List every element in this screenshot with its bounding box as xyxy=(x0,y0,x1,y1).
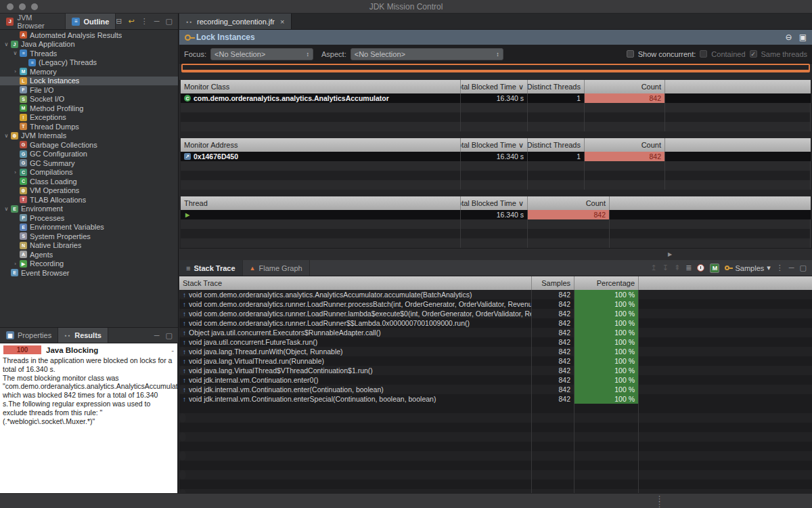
tree-item-method-profiling[interactable]: MMethod Profiling xyxy=(0,104,178,113)
tab-jvm-browser[interactable]: J JVM Browser xyxy=(0,14,66,29)
panel-sash[interactable]: ▶ xyxy=(179,248,812,260)
tab-properties[interactable]: ▦ Properties xyxy=(0,328,58,343)
tree-item-socket-i-o[interactable]: SSocket I/O xyxy=(0,95,178,104)
column-header-total-blocked-time[interactable]: Total Blocked Time ∨ xyxy=(461,138,528,152)
view-menu-icon[interactable]: ⋮ xyxy=(141,18,148,25)
tree-item-java-application[interactable]: ∨JJava Application xyxy=(0,40,178,49)
tree-item-event-browser[interactable]: EEvent Browser xyxy=(0,268,178,278)
tree-item-gc-summary[interactable]: GGC Summary xyxy=(0,158,178,168)
stack-trace-row[interactable]: ↑void jdk.internal.vm.Continuation.enter… xyxy=(179,385,186,394)
tree-item-native-libraries[interactable]: NNative Libraries xyxy=(0,241,178,251)
contained-checkbox[interactable] xyxy=(700,50,707,58)
column-header-distinct-threads[interactable]: Distinct Threads xyxy=(528,138,585,152)
stack-trace-row[interactable]: ↑void com.demo.orderanalytics.runner.Loa… xyxy=(179,318,812,328)
method-formatting-icon[interactable]: M xyxy=(710,263,719,273)
column-header-total-blocked-time[interactable]: Total Blocked Time ∨ xyxy=(461,196,528,210)
reduce-tree-depth-icon[interactable]: ↥ xyxy=(651,264,657,272)
column-header-thread[interactable]: Thread xyxy=(181,196,461,210)
column-header-percentage[interactable]: Percentage xyxy=(574,276,639,290)
minimize-view-icon[interactable]: ─ xyxy=(789,264,794,272)
stack-trace-row[interactable]: ↑void jdk.internal.vm.Continuation.enter… xyxy=(179,394,812,404)
maximize-view-icon[interactable]: ▢ xyxy=(800,264,807,272)
show-concurrent-checkbox[interactable] xyxy=(627,50,634,58)
stack-trace-row[interactable]: ↑void com.demo.orderanalytics.analytics.… xyxy=(179,290,186,299)
same-threads-checkbox[interactable]: ✓ xyxy=(750,50,757,58)
tree-item-environment[interactable]: ∨EEnvironment xyxy=(0,205,178,214)
tree-item-recording[interactable]: ›▶Recording xyxy=(0,259,178,269)
column-header-monitor-class[interactable]: Monitor Class xyxy=(181,80,461,93)
stack-trace-row[interactable]: ↑void java.lang.VirtualThread$VThreadCon… xyxy=(179,366,186,375)
stack-trace-row[interactable]: ↑void com.demo.orderanalytics.runner.Loa… xyxy=(179,309,186,318)
clock-icon[interactable] xyxy=(697,264,704,272)
expand-tree-depth-icon[interactable]: ↧ xyxy=(662,264,669,272)
tree-item-threads[interactable]: ∨≡Threads xyxy=(0,49,178,58)
minimize-view-icon[interactable]: ─ xyxy=(154,18,160,25)
tree-item-tlab-allocations[interactable]: TTLAB Allocations xyxy=(0,195,178,205)
column-header-samples[interactable]: Samples xyxy=(532,276,574,290)
tree-item-agents[interactable]: AAgents xyxy=(0,250,178,259)
chevron-right-icon[interactable]: › xyxy=(11,68,20,75)
tree-view-icon[interactable]: ≣ xyxy=(685,264,692,272)
tree-item-memory[interactable]: ›MMemory xyxy=(0,67,178,77)
chevron-right-icon[interactable]: › xyxy=(11,169,20,175)
tab-results[interactable]: ●● Results xyxy=(58,328,108,343)
chevron-right-icon[interactable]: › xyxy=(11,261,20,267)
tree-item-file-i-o[interactable]: FFile I/O xyxy=(0,85,178,95)
column-header-monitor-address[interactable]: Monitor Address xyxy=(181,138,461,152)
stack-trace-row[interactable]: ↑void jdk.internal.vm.Continuation.enter… xyxy=(179,375,812,385)
lock-state-icon[interactable] xyxy=(725,266,729,270)
navigate-back-icon[interactable]: ↩ xyxy=(129,18,135,25)
view-menu-icon[interactable]: ⋮ xyxy=(776,264,784,272)
maximize-view-icon[interactable]: ▢ xyxy=(166,332,173,339)
aspect-dropdown[interactable]: <No Selection> ↕ xyxy=(351,48,503,60)
tree-item-environment-variables[interactable]: EEnvironment Variables xyxy=(0,223,178,232)
tree-item-lock-instances[interactable]: LLock Instances xyxy=(0,77,178,86)
stack-trace-row[interactable]: ↑void com.demo.orderanalytics.runner.Loa… xyxy=(179,299,812,309)
restore-section-icon[interactable]: ▣ xyxy=(799,33,807,42)
navigate-frame-icon[interactable]: ⇞ xyxy=(674,264,680,272)
chevron-down-icon[interactable]: ∨ xyxy=(2,41,11,47)
tab-stack-trace[interactable]: ≡ Stack Trace xyxy=(179,260,243,276)
stack-trace-row[interactable]: ↑void java.lang.Thread.runWith(Object, R… xyxy=(179,347,186,356)
tree-item-processes[interactable]: PProcesses xyxy=(0,213,178,223)
column-header-count[interactable]: Count xyxy=(585,80,665,93)
tree-item-vm-operations[interactable]: ⚙VM Operations xyxy=(0,186,178,196)
stack-trace-row[interactable]: ↑Object java.util.concurrent.Executors$R… xyxy=(179,328,186,337)
column-header-total-blocked-time[interactable]: Total Blocked Time ∨ xyxy=(461,80,528,93)
sash-expand-icon[interactable]: ▶ xyxy=(668,251,672,257)
table-row[interactable]: Ccom.demo.orderanalytics.analytics.Analy… xyxy=(181,93,811,103)
link-with-editor-icon[interactable]: ⊟ xyxy=(116,18,122,25)
tab-outline[interactable]: ≡ Outline xyxy=(66,14,116,29)
collapse-section-icon[interactable]: ⊖ xyxy=(786,33,792,42)
stack-trace-row[interactable]: ↑void java.util.concurrent.FutureTask.ru… xyxy=(179,337,812,347)
tab-flame-graph[interactable]: ▲ Flame Graph xyxy=(243,260,310,276)
column-header-distinct-threads[interactable]: Distinct Threads xyxy=(528,80,585,93)
tree-item-legacy-threads[interactable]: ≡(Legacy) Threads xyxy=(0,58,178,68)
tab-recording-file[interactable]: ●● recording_contention.jfr × xyxy=(179,14,292,29)
column-header-count[interactable]: Count xyxy=(528,196,610,210)
tree-item-thread-dumps[interactable]: TThread Dumps xyxy=(0,122,178,131)
close-tab-icon[interactable]: × xyxy=(280,18,284,26)
tree-item-exceptions[interactable]: !Exceptions xyxy=(0,113,178,123)
tree-item-garbage-collections[interactable]: GGarbage Collections xyxy=(0,140,178,150)
tree-item-jvm-internals[interactable]: ∨⚙JVM Internals xyxy=(0,131,178,141)
table-row[interactable]: ↗0x14676D45016.340 s1842 xyxy=(181,152,811,161)
result-collapse-icon[interactable]: - xyxy=(171,346,174,354)
chevron-down-icon[interactable]: ∨ xyxy=(11,50,20,56)
timeline-range-selector[interactable] xyxy=(181,64,810,72)
chevron-down-icon[interactable]: ∨ xyxy=(2,206,11,212)
maximize-view-icon[interactable]: ▢ xyxy=(166,18,173,25)
samples-dropdown[interactable]: Samples ▾ xyxy=(735,263,770,272)
focus-dropdown[interactable]: <No Selection> ↕ xyxy=(210,48,313,60)
tree-item-system-properties[interactable]: SSystem Properties xyxy=(0,232,178,241)
column-header-stack-trace[interactable]: Stack Trace xyxy=(179,276,532,290)
tree-item-compilations[interactable]: ›CCompilations xyxy=(0,168,178,177)
tree-item-automated-analysis-results[interactable]: AAutomated Analysis Results xyxy=(0,30,178,40)
tree-item-class-loading[interactable]: CClass Loading xyxy=(0,177,178,186)
result-heading-row[interactable]: 100 Java Blocking - xyxy=(0,343,177,356)
drag-handle-icon[interactable]: ⋮⋮ xyxy=(656,496,663,507)
chevron-down-icon[interactable]: ∨ xyxy=(2,133,11,139)
stack-trace-row[interactable]: ↑void java.lang.VirtualThread.run(Runnab… xyxy=(179,356,812,366)
table-row[interactable]: ▶16.340 s842 xyxy=(181,210,811,219)
tree-item-gc-configuration[interactable]: GGC Configuration xyxy=(0,150,178,159)
